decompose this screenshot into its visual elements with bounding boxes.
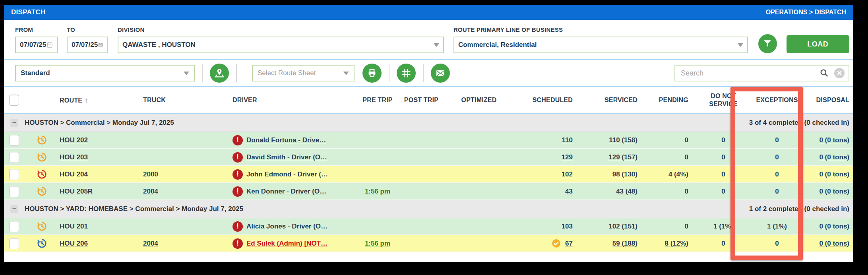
route-status-cell[interactable] (24, 134, 60, 146)
truck-cell: 2004 (143, 188, 232, 196)
calendar-icon[interactable] (98, 40, 103, 50)
route-sheet-select[interactable]: Select Route Sheet (252, 65, 355, 81)
scheduled-link[interactable]: 129 (562, 153, 573, 161)
exceptions-value: 0 (775, 136, 779, 144)
email-button[interactable] (431, 64, 450, 83)
column-header-route[interactable]: ROUTE↑ (60, 96, 143, 105)
from-date-input[interactable]: 07/07/25 (15, 37, 58, 53)
driver-link[interactable]: Donald Fortuna - Drive… (246, 136, 326, 144)
disposal-link[interactable]: 0 (0 tons) (819, 153, 849, 161)
column-header-pending[interactable]: PENDING (644, 97, 699, 104)
serviced-link[interactable]: 43 (48) (616, 188, 637, 195)
scheduled-link[interactable]: 103 (562, 223, 573, 230)
route-link[interactable]: HOU 204 (60, 170, 88, 178)
route-status-cell[interactable] (24, 168, 60, 180)
map-button[interactable] (210, 64, 229, 83)
driver-link[interactable]: David Smith - Driver (O… (246, 153, 327, 161)
do-not-service-value[interactable]: 1 (1%) (713, 223, 733, 230)
row-checkbox[interactable] (9, 152, 19, 163)
column-header-pre-trip[interactable]: PRE TRIP (356, 97, 399, 104)
row-checkbox[interactable] (9, 135, 19, 146)
driver-alert-icon[interactable]: ! (232, 221, 243, 232)
route-link[interactable]: HOU 205R (60, 188, 93, 195)
serviced-link[interactable]: 110 (158) (609, 136, 637, 144)
route-link[interactable]: HOU 206 (60, 240, 88, 247)
column-header-truck[interactable]: TRUCK (143, 97, 232, 104)
driver-link[interactable]: Ken Donner - Driver (O… (246, 188, 326, 196)
scheduled-link[interactable]: 67 (565, 240, 573, 248)
route-link[interactable]: HOU 202 (60, 136, 88, 144)
serviced-link[interactable]: 98 (130) (612, 170, 637, 178)
driver-cell: !Alicia Jones - Driver (O… (232, 221, 356, 232)
driver-link[interactable]: Ed Sulek (Admin) [NOT… (246, 240, 327, 248)
truck-link[interactable]: 2000 (143, 170, 158, 178)
route-status-cell[interactable] (24, 151, 60, 163)
disposal-link[interactable]: 0 (0 tons) (819, 170, 849, 178)
driver-link[interactable]: John Edmond - Driver (… (246, 170, 328, 178)
pending-value[interactable]: 4 (4%) (668, 170, 688, 178)
route-row: HOU 203!David Smith - Driver (O…129129 (… (4, 149, 853, 166)
row-checkbox[interactable] (9, 169, 19, 180)
column-header-post-trip[interactable]: POST TRIP (399, 97, 443, 104)
route-cell: HOU 204 (60, 170, 143, 178)
search-input[interactable]: Search ✕ (674, 65, 849, 81)
column-header-exceptions[interactable]: EXCEPTIONS (747, 97, 807, 104)
driver-alert-icon[interactable]: ! (232, 238, 243, 249)
column-header-driver[interactable]: DRIVER (232, 97, 356, 104)
collapse-minus-icon[interactable]: − (10, 119, 18, 127)
lob-select[interactable]: Commercial, Residential (453, 37, 748, 53)
load-button[interactable]: LOAD (787, 35, 849, 53)
collapse-minus-icon[interactable]: − (10, 205, 18, 213)
driver-alert-icon[interactable]: ! (232, 152, 243, 163)
disposal-link[interactable]: 0 (0 tons) (819, 240, 849, 247)
column-header-do-not-service[interactable]: DO NOT SERVICE (699, 92, 747, 108)
pending-value: 0 (685, 188, 688, 195)
column-header-disposal[interactable]: DISPOSAL (807, 97, 853, 104)
driver-link[interactable]: Alicia Jones - Driver (O… (246, 223, 327, 230)
to-date-input[interactable]: 07/07/25 (67, 37, 108, 53)
row-checkbox[interactable] (9, 186, 19, 197)
filter-button[interactable] (758, 34, 777, 53)
toolbar: Standard Select Route Sheet (4, 59, 853, 87)
route-status-cell[interactable] (24, 221, 60, 232)
view-select[interactable]: Standard (15, 65, 195, 81)
column-header-scheduled[interactable]: SCHEDULED (515, 97, 578, 104)
pre-trip-time-link[interactable]: 1:56 pm (365, 188, 390, 195)
disposal-link[interactable]: 0 (0 tons) (819, 223, 849, 230)
truck-link[interactable]: 2004 (143, 188, 158, 195)
scheduled-link[interactable]: 43 (565, 188, 573, 196)
division-select[interactable]: QAWASTE , HOUSTON (118, 37, 444, 53)
row-checkbox[interactable] (9, 238, 19, 249)
route-row: HOU 201!Alicia Jones - Driver (O…103102 … (4, 218, 853, 235)
column-header-optimized[interactable]: OPTIMIZED (443, 97, 515, 104)
serviced-link[interactable]: 129 (157) (608, 153, 637, 161)
scheduled-link[interactable]: 102 (562, 170, 573, 178)
disposal-link[interactable]: 0 (0 tons) (819, 188, 849, 195)
route-builder-button[interactable] (397, 64, 416, 83)
scheduled-link[interactable]: 110 (562, 136, 573, 144)
column-header-serviced[interactable]: SERVICED (578, 97, 644, 104)
row-checkbox[interactable] (9, 221, 19, 232)
driver-alert-icon[interactable]: ! (232, 169, 243, 180)
serviced-link[interactable]: 102 (151) (608, 223, 637, 230)
magnifier-icon[interactable] (819, 68, 829, 78)
route-link[interactable]: HOU 201 (60, 223, 88, 230)
select-all-checkbox[interactable] (9, 95, 19, 106)
route-status-cell[interactable] (24, 186, 60, 197)
driver-alert-icon[interactable]: ! (232, 186, 243, 197)
serviced-cell: 102 (151) (578, 223, 644, 230)
driver-alert-icon[interactable]: ! (232, 135, 243, 145)
route-link[interactable]: HOU 203 (60, 153, 88, 161)
disposal-link[interactable]: 0 (0 tons) (819, 136, 849, 144)
truck-link[interactable]: 2004 (143, 240, 158, 247)
exceptions-value[interactable]: 1 (1%) (767, 223, 787, 230)
pre-trip-time-link[interactable]: 1:56 pm (365, 240, 390, 247)
lob-label: ROUTE PRIMARY LINE OF BUSINESS (453, 26, 748, 33)
pending-value[interactable]: 8 (12%) (665, 240, 688, 247)
calendar-icon[interactable] (46, 40, 53, 50)
print-button[interactable] (362, 64, 382, 83)
route-status-cell[interactable] (24, 238, 60, 249)
envelope-icon (435, 68, 446, 79)
serviced-link[interactable]: 59 (188) (612, 240, 637, 247)
clear-search-icon[interactable]: ✕ (834, 68, 845, 78)
